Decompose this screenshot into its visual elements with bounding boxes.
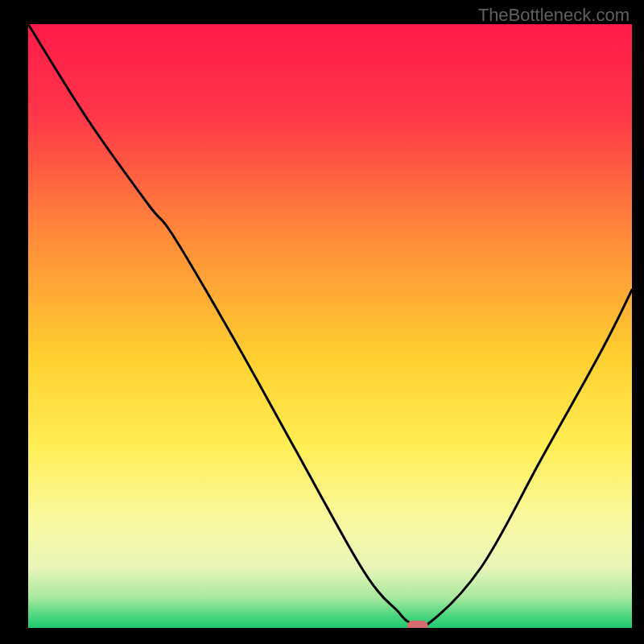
watermark-text: TheBottleneck.com xyxy=(478,5,630,26)
plot-area xyxy=(28,24,632,628)
gradient-background xyxy=(28,24,632,628)
marker-pill xyxy=(407,621,428,628)
chart-container: TheBottleneck.com xyxy=(0,0,644,644)
chart-svg xyxy=(28,24,632,628)
